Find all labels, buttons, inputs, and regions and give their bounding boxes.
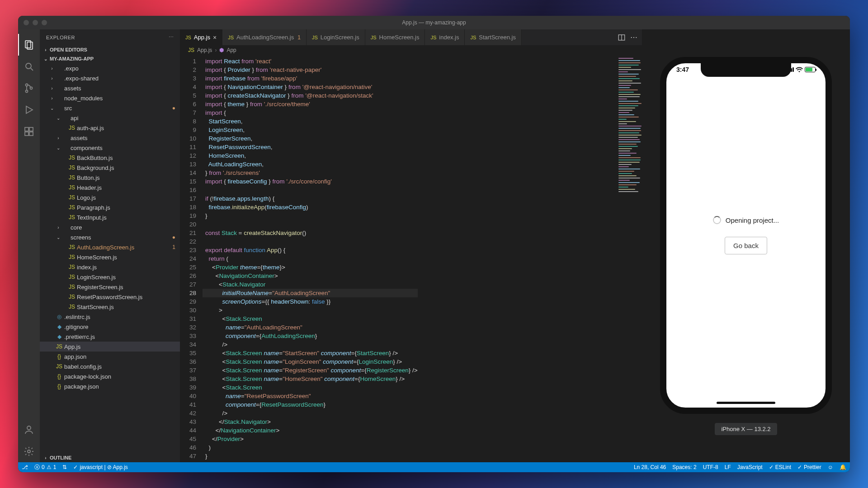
js-file-icon: JS (430, 35, 436, 40)
loading-indicator: Opening project... (713, 216, 779, 224)
tab-startscreen-js[interactable]: JSStartScreen.js (465, 29, 522, 45)
minimize-window-button[interactable] (33, 20, 38, 25)
file-item[interactable]: JSHeader.js (40, 183, 180, 192)
project-section[interactable]: ⌄ MY-AMAZING-APP (40, 55, 180, 62)
file-item[interactable]: JSResetPasswordScreen.js (40, 292, 180, 302)
status-problems[interactable]: ⓧ0 ⚠1 (34, 464, 56, 471)
status-ports[interactable]: ⇅ (62, 464, 67, 470)
js-file-icon: JS (68, 194, 76, 201)
status-bell-icon[interactable]: 🔔 (840, 464, 846, 470)
file-item[interactable]: JSbabel.config.js (40, 361, 180, 371)
folder-item[interactable]: ›core (40, 222, 180, 232)
close-window-button[interactable] (24, 20, 29, 25)
chevron-right-icon: › (55, 136, 61, 141)
status-eslint[interactable]: ✓ ESLint (769, 464, 791, 470)
loading-text: Opening project... (726, 216, 779, 224)
tab-authloadingscreen-js[interactable]: JSAuthLoadingScreen.js1 (222, 29, 307, 45)
status-eol[interactable]: LF (725, 464, 731, 470)
js-file-icon: JS (68, 125, 76, 131)
file-item[interactable]: JSauth-api.js (40, 123, 180, 133)
close-tab-icon[interactable]: × (213, 34, 217, 41)
phone-screen[interactable]: Opening project... Go back (666, 63, 826, 408)
file-item[interactable]: JSApp.js (40, 342, 180, 352)
file-name: screens (71, 234, 170, 241)
folder-item[interactable]: ⌄components (40, 143, 180, 153)
status-bar: ⎇ ⓧ0 ⚠1 ⇅ ✓ javascript | ⊘ App.js Ln 28,… (18, 462, 850, 472)
folder-item[interactable]: ›node_modules (40, 93, 180, 103)
search-icon[interactable] (18, 56, 40, 77)
file-name: auth-api.js (77, 125, 175, 131)
svg-rect-10 (25, 132, 28, 136)
file-item[interactable]: JSLoginScreen.js (40, 272, 180, 282)
minimap[interactable] (617, 55, 642, 462)
folder-item[interactable]: ⌄src● (40, 103, 180, 113)
file-item[interactable]: JSindex.js (40, 262, 180, 272)
file-item[interactable]: ◆.gitignore (40, 322, 180, 332)
tab-index-js[interactable]: JSindex.js (425, 29, 465, 45)
modified-badge: 1 (297, 34, 301, 41)
tab-homescreen-js[interactable]: JSHomeScreen.js (365, 29, 425, 45)
file-item[interactable]: JSBackground.js (40, 163, 180, 173)
file-item[interactable]: JSRegisterScreen.js (40, 282, 180, 292)
file-item[interactable]: JSLogo.js (40, 192, 180, 202)
sidebar-more-icon[interactable]: ⋯ (169, 34, 174, 40)
file-name: assets (64, 85, 175, 92)
eslint-file-icon: ◎ (55, 314, 63, 320)
modified-badge: ● (172, 105, 175, 111)
maximize-window-button[interactable] (42, 20, 47, 25)
chevron-right-icon: › (43, 455, 48, 460)
tab-loginscreen-js[interactable]: JSLoginScreen.js (307, 29, 365, 45)
source-control-icon[interactable] (18, 77, 40, 99)
status-encoding[interactable]: UTF-8 (703, 464, 718, 470)
folder-item[interactable]: ⌄api (40, 113, 180, 123)
file-item[interactable]: ◆.prettierrc.js (40, 332, 180, 342)
go-back-button[interactable]: Go back (725, 237, 767, 254)
status-lang-check[interactable]: ✓ javascript | ⊘ App.js (73, 464, 128, 470)
tab-app-js[interactable]: JSApp.js× (180, 29, 222, 45)
folder-item[interactable]: ⌄screens● (40, 232, 180, 242)
sidebar-explorer: EXPLORER ⋯ › OPEN EDITORS ⌄ MY-AMAZING-A… (40, 29, 180, 462)
breadcrumb[interactable]: JS App.js › ⬢ App (180, 45, 642, 55)
chevron-right-icon: › (49, 66, 55, 71)
js-file-icon: JS (371, 35, 377, 40)
file-item[interactable]: JSHomeScreen.js (40, 252, 180, 262)
more-actions-icon[interactable]: ⋯ (630, 33, 637, 42)
folder-item[interactable]: ›assets (40, 83, 180, 93)
vscode-window: App.js — my-amazing-app (18, 16, 850, 472)
phone-frame: 3:47 Opening project (660, 57, 832, 414)
folder-item[interactable]: ›.expo (40, 63, 180, 73)
account-icon[interactable] (18, 419, 40, 441)
svg-point-2 (26, 63, 31, 69)
code-editor[interactable]: 1234567891011121314151617181920212223242… (180, 55, 617, 462)
tab-bar: JSApp.js×JSAuthLoadingScreen.js1JSLoginS… (180, 29, 642, 45)
file-item[interactable]: {}package.json (40, 381, 180, 391)
folder-item[interactable]: ›assets (40, 133, 180, 143)
file-item[interactable]: JSStartScreen.js (40, 302, 180, 312)
open-editors-section[interactable]: › OPEN EDITORS (40, 46, 180, 53)
status-prettier[interactable]: ✓ Prettier (797, 464, 821, 470)
explorer-icon[interactable] (18, 34, 40, 56)
file-item[interactable]: {}package-lock.json (40, 371, 180, 381)
status-feedback-icon[interactable]: ☺ (828, 464, 833, 470)
folder-item[interactable]: ›.expo-shared (40, 73, 180, 83)
file-item[interactable]: JSParagraph.js (40, 202, 180, 212)
file-item[interactable]: JSBackButton.js (40, 153, 180, 163)
split-editor-icon[interactable] (618, 33, 626, 42)
file-name: .gitignore (64, 324, 175, 330)
file-item[interactable]: JSTextInput.js (40, 212, 180, 222)
json-file-icon: {} (55, 353, 63, 360)
file-item[interactable]: {}app.json (40, 352, 180, 361)
outline-section[interactable]: › OUTLINE (40, 454, 180, 461)
file-item[interactable]: JSButton.js (40, 173, 180, 183)
extensions-icon[interactable] (18, 121, 40, 142)
chevron-right-icon: › (49, 86, 55, 91)
file-item[interactable]: ◎.eslintrc.js (40, 312, 180, 322)
status-branch[interactable]: ⎇ (22, 464, 28, 470)
run-debug-icon[interactable] (18, 99, 40, 121)
file-item[interactable]: JSAuthLoadingScreen.js1 (40, 242, 180, 252)
status-spaces[interactable]: Spaces: 2 (672, 464, 696, 470)
status-cursor[interactable]: Ln 28, Col 46 (634, 464, 666, 470)
settings-gear-icon[interactable] (18, 441, 40, 462)
file-name: StartScreen.js (77, 304, 175, 310)
status-language[interactable]: JavaScript (737, 464, 763, 470)
